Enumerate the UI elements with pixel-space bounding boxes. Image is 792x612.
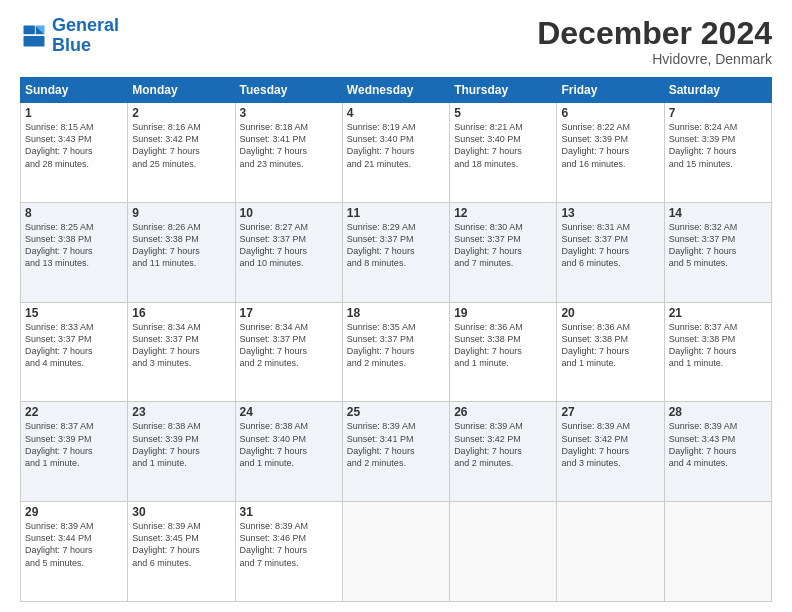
day-number: 31: [240, 505, 338, 519]
day-info: Sunrise: 8:26 AM Sunset: 3:38 PM Dayligh…: [132, 221, 230, 270]
day-info: Sunrise: 8:38 AM Sunset: 3:40 PM Dayligh…: [240, 420, 338, 469]
calendar-cell: 22Sunrise: 8:37 AM Sunset: 3:39 PM Dayli…: [21, 402, 128, 502]
calendar-cell: 20Sunrise: 8:36 AM Sunset: 3:38 PM Dayli…: [557, 302, 664, 402]
calendar-cell: [664, 502, 771, 602]
calendar-cell: 8Sunrise: 8:25 AM Sunset: 3:38 PM Daylig…: [21, 202, 128, 302]
logo-text: General Blue: [52, 16, 119, 56]
calendar-cell: 3Sunrise: 8:18 AM Sunset: 3:41 PM Daylig…: [235, 103, 342, 203]
day-info: Sunrise: 8:29 AM Sunset: 3:37 PM Dayligh…: [347, 221, 445, 270]
day-number: 27: [561, 405, 659, 419]
calendar-cell: 31Sunrise: 8:39 AM Sunset: 3:46 PM Dayli…: [235, 502, 342, 602]
page: General Blue December 2024 Hvidovre, Den…: [0, 0, 792, 612]
day-number: 7: [669, 106, 767, 120]
calendar-week-1: 1Sunrise: 8:15 AM Sunset: 3:43 PM Daylig…: [21, 103, 772, 203]
day-info: Sunrise: 8:18 AM Sunset: 3:41 PM Dayligh…: [240, 121, 338, 170]
calendar-cell: 25Sunrise: 8:39 AM Sunset: 3:41 PM Dayli…: [342, 402, 449, 502]
calendar-week-5: 29Sunrise: 8:39 AM Sunset: 3:44 PM Dayli…: [21, 502, 772, 602]
day-number: 29: [25, 505, 123, 519]
day-info: Sunrise: 8:19 AM Sunset: 3:40 PM Dayligh…: [347, 121, 445, 170]
day-number: 2: [132, 106, 230, 120]
day-info: Sunrise: 8:16 AM Sunset: 3:42 PM Dayligh…: [132, 121, 230, 170]
logo-line1: General: [52, 15, 119, 35]
day-number: 14: [669, 206, 767, 220]
calendar-cell: 27Sunrise: 8:39 AM Sunset: 3:42 PM Dayli…: [557, 402, 664, 502]
day-number: 3: [240, 106, 338, 120]
day-number: 16: [132, 306, 230, 320]
calendar-cell: 26Sunrise: 8:39 AM Sunset: 3:42 PM Dayli…: [450, 402, 557, 502]
day-number: 6: [561, 106, 659, 120]
logo: General Blue: [20, 16, 119, 56]
calendar-week-2: 8Sunrise: 8:25 AM Sunset: 3:38 PM Daylig…: [21, 202, 772, 302]
day-info: Sunrise: 8:15 AM Sunset: 3:43 PM Dayligh…: [25, 121, 123, 170]
day-number: 15: [25, 306, 123, 320]
day-info: Sunrise: 8:32 AM Sunset: 3:37 PM Dayligh…: [669, 221, 767, 270]
svg-rect-3: [24, 25, 35, 34]
calendar-body: 1Sunrise: 8:15 AM Sunset: 3:43 PM Daylig…: [21, 103, 772, 602]
calendar-cell: 30Sunrise: 8:39 AM Sunset: 3:45 PM Dayli…: [128, 502, 235, 602]
calendar-cell: 12Sunrise: 8:30 AM Sunset: 3:37 PM Dayli…: [450, 202, 557, 302]
calendar-week-3: 15Sunrise: 8:33 AM Sunset: 3:37 PM Dayli…: [21, 302, 772, 402]
day-number: 1: [25, 106, 123, 120]
day-info: Sunrise: 8:34 AM Sunset: 3:37 PM Dayligh…: [240, 321, 338, 370]
calendar-cell: 17Sunrise: 8:34 AM Sunset: 3:37 PM Dayli…: [235, 302, 342, 402]
svg-rect-4: [24, 36, 45, 47]
calendar-header-row: SundayMondayTuesdayWednesdayThursdayFrid…: [21, 78, 772, 103]
day-info: Sunrise: 8:25 AM Sunset: 3:38 PM Dayligh…: [25, 221, 123, 270]
calendar-cell: 9Sunrise: 8:26 AM Sunset: 3:38 PM Daylig…: [128, 202, 235, 302]
day-info: Sunrise: 8:37 AM Sunset: 3:38 PM Dayligh…: [669, 321, 767, 370]
calendar-cell: 2Sunrise: 8:16 AM Sunset: 3:42 PM Daylig…: [128, 103, 235, 203]
day-number: 18: [347, 306, 445, 320]
calendar-cell: 10Sunrise: 8:27 AM Sunset: 3:37 PM Dayli…: [235, 202, 342, 302]
day-number: 4: [347, 106, 445, 120]
day-number: 19: [454, 306, 552, 320]
calendar-cell: 14Sunrise: 8:32 AM Sunset: 3:37 PM Dayli…: [664, 202, 771, 302]
day-info: Sunrise: 8:22 AM Sunset: 3:39 PM Dayligh…: [561, 121, 659, 170]
calendar-week-4: 22Sunrise: 8:37 AM Sunset: 3:39 PM Dayli…: [21, 402, 772, 502]
calendar-cell: 16Sunrise: 8:34 AM Sunset: 3:37 PM Dayli…: [128, 302, 235, 402]
day-info: Sunrise: 8:39 AM Sunset: 3:46 PM Dayligh…: [240, 520, 338, 569]
day-number: 11: [347, 206, 445, 220]
logo-icon: [20, 22, 48, 50]
calendar-cell: 15Sunrise: 8:33 AM Sunset: 3:37 PM Dayli…: [21, 302, 128, 402]
calendar-cell: 1Sunrise: 8:15 AM Sunset: 3:43 PM Daylig…: [21, 103, 128, 203]
calendar-cell: 6Sunrise: 8:22 AM Sunset: 3:39 PM Daylig…: [557, 103, 664, 203]
weekday-header-friday: Friday: [557, 78, 664, 103]
day-number: 10: [240, 206, 338, 220]
day-number: 8: [25, 206, 123, 220]
calendar-cell: 11Sunrise: 8:29 AM Sunset: 3:37 PM Dayli…: [342, 202, 449, 302]
calendar-cell: 4Sunrise: 8:19 AM Sunset: 3:40 PM Daylig…: [342, 103, 449, 203]
day-number: 28: [669, 405, 767, 419]
day-info: Sunrise: 8:38 AM Sunset: 3:39 PM Dayligh…: [132, 420, 230, 469]
day-info: Sunrise: 8:39 AM Sunset: 3:43 PM Dayligh…: [669, 420, 767, 469]
day-info: Sunrise: 8:35 AM Sunset: 3:37 PM Dayligh…: [347, 321, 445, 370]
day-info: Sunrise: 8:33 AM Sunset: 3:37 PM Dayligh…: [25, 321, 123, 370]
day-info: Sunrise: 8:30 AM Sunset: 3:37 PM Dayligh…: [454, 221, 552, 270]
day-info: Sunrise: 8:37 AM Sunset: 3:39 PM Dayligh…: [25, 420, 123, 469]
day-number: 21: [669, 306, 767, 320]
day-info: Sunrise: 8:39 AM Sunset: 3:42 PM Dayligh…: [561, 420, 659, 469]
day-number: 20: [561, 306, 659, 320]
calendar-cell: [557, 502, 664, 602]
day-info: Sunrise: 8:34 AM Sunset: 3:37 PM Dayligh…: [132, 321, 230, 370]
calendar-cell: 18Sunrise: 8:35 AM Sunset: 3:37 PM Dayli…: [342, 302, 449, 402]
weekday-header-monday: Monday: [128, 78, 235, 103]
month-title: December 2024: [537, 16, 772, 51]
day-number: 23: [132, 405, 230, 419]
calendar-cell: 5Sunrise: 8:21 AM Sunset: 3:40 PM Daylig…: [450, 103, 557, 203]
calendar-cell: 21Sunrise: 8:37 AM Sunset: 3:38 PM Dayli…: [664, 302, 771, 402]
location: Hvidovre, Denmark: [537, 51, 772, 67]
day-info: Sunrise: 8:36 AM Sunset: 3:38 PM Dayligh…: [561, 321, 659, 370]
calendar-cell: 28Sunrise: 8:39 AM Sunset: 3:43 PM Dayli…: [664, 402, 771, 502]
calendar-cell: 29Sunrise: 8:39 AM Sunset: 3:44 PM Dayli…: [21, 502, 128, 602]
calendar-cell: 24Sunrise: 8:38 AM Sunset: 3:40 PM Dayli…: [235, 402, 342, 502]
day-info: Sunrise: 8:39 AM Sunset: 3:42 PM Dayligh…: [454, 420, 552, 469]
calendar-table: SundayMondayTuesdayWednesdayThursdayFrid…: [20, 77, 772, 602]
calendar-cell: 13Sunrise: 8:31 AM Sunset: 3:37 PM Dayli…: [557, 202, 664, 302]
weekday-header-saturday: Saturday: [664, 78, 771, 103]
weekday-header-wednesday: Wednesday: [342, 78, 449, 103]
day-number: 17: [240, 306, 338, 320]
calendar-cell: [342, 502, 449, 602]
day-number: 24: [240, 405, 338, 419]
day-info: Sunrise: 8:27 AM Sunset: 3:37 PM Dayligh…: [240, 221, 338, 270]
day-info: Sunrise: 8:39 AM Sunset: 3:44 PM Dayligh…: [25, 520, 123, 569]
